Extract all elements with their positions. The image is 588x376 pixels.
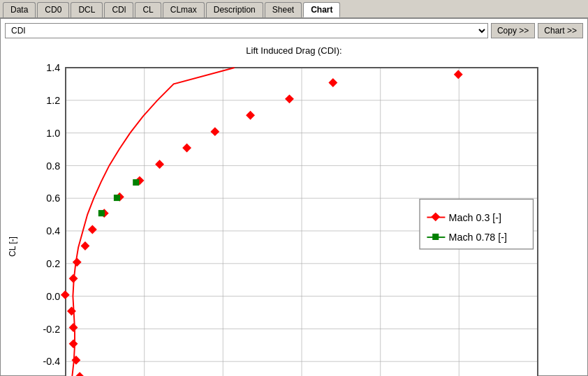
svg-text:0.8: 0.8 (46, 160, 60, 172)
tab-dcl[interactable]: DCL (71, 2, 103, 17)
chart-body: 0 0.02 0.04 0.06 0.08 0.10 0.12 1.4 1.2 … (20, 59, 583, 376)
svg-text:-0.4: -0.4 (43, 356, 61, 367)
svg-text:0.0: 0.0 (46, 291, 60, 302)
tab-clmax[interactable]: CLmax (163, 2, 205, 17)
svg-rect-60 (133, 179, 139, 186)
svg-rect-66 (432, 234, 439, 240)
tab-bar: Data CD0 DCL CDl CL CLmax Description Sh… (0, 0, 588, 18)
svg-text:Mach 0.3 [-]: Mach 0.3 [-] (449, 212, 501, 223)
tab-cd0[interactable]: CD0 (37, 2, 69, 17)
svg-text:1.2: 1.2 (46, 95, 60, 106)
svg-text:Mach 0.78 [-]: Mach 0.78 [-] (449, 232, 507, 243)
chart-plot-area: 0 0.02 0.04 0.06 0.08 0.10 0.12 1.4 1.2 … (20, 59, 583, 376)
chart-title: Lift Induced Drag (CDI): (246, 45, 341, 56)
tab-sheet[interactable]: Sheet (265, 2, 302, 17)
chart-container: Lift Induced Drag (CDI): CL [-] (5, 43, 583, 376)
svg-text:-0.2: -0.2 (43, 324, 61, 335)
y-axis-label: CL [-] (5, 59, 20, 376)
svg-text:0.4: 0.4 (46, 225, 60, 236)
cdi-dropdown[interactable]: CDI (5, 23, 488, 38)
tab-description[interactable]: Description (206, 2, 263, 17)
main-area: CDI Copy >> Chart >> Lift Induced Drag (… (0, 18, 588, 376)
svg-text:1.0: 1.0 (46, 128, 60, 139)
svg-rect-59 (114, 195, 120, 201)
chart-button[interactable]: Chart >> (538, 23, 583, 38)
chart-svg: 0 0.02 0.04 0.06 0.08 0.10 0.12 1.4 1.2 … (20, 59, 583, 376)
svg-text:0.6: 0.6 (46, 193, 60, 204)
tab-data[interactable]: Data (3, 2, 36, 17)
toolbar: CDI Copy >> Chart >> (5, 23, 583, 38)
tab-cl[interactable]: CL (135, 2, 161, 17)
svg-rect-58 (98, 210, 105, 216)
chart-inner: CL [-] (5, 59, 583, 376)
svg-text:0.2: 0.2 (46, 258, 60, 269)
svg-text:1.4: 1.4 (46, 62, 60, 73)
copy-button[interactable]: Copy >> (491, 23, 535, 38)
tab-cdi[interactable]: CDl (104, 2, 133, 17)
tab-chart[interactable]: Chart (303, 2, 340, 17)
